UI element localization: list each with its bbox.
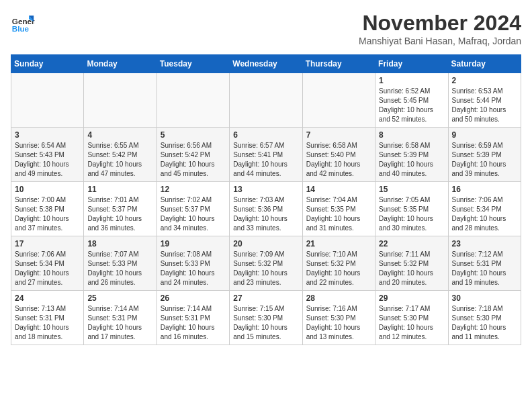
page-header: General Blue November 2024 Manshiyat Ban… [11,11,521,46]
calendar-cell-1-2: 5Sunrise: 6:56 AM Sunset: 5:42 PM Daylig… [157,128,229,182]
weekday-friday: Friday [375,55,448,73]
day-number: 29 [379,293,444,303]
calendar-cell-3-2: 19Sunrise: 7:08 AM Sunset: 5:33 PM Dayli… [157,236,229,291]
calendar-cell-1-0: 3Sunrise: 6:54 AM Sunset: 5:43 PM Daylig… [11,128,84,182]
day-number: 4 [87,130,152,140]
calendar-cell-0-4 [302,73,375,128]
calendar-cell-4-1: 25Sunrise: 7:14 AM Sunset: 5:31 PM Dayli… [84,291,157,345]
calendar-cell-4-6: 30Sunrise: 7:18 AM Sunset: 5:30 PM Dayli… [448,291,521,345]
calendar-cell-4-2: 26Sunrise: 7:14 AM Sunset: 5:31 PM Dayli… [157,291,229,345]
day-number: 17 [15,239,80,248]
calendar-cell-4-0: 24Sunrise: 7:13 AM Sunset: 5:31 PM Dayli… [11,291,84,345]
day-number: 25 [87,293,152,303]
day-number: 16 [452,185,517,194]
calendar-cell-0-0 [11,73,84,128]
day-info: Sunrise: 7:15 AM Sunset: 5:30 PM Dayligh… [233,304,298,342]
day-info: Sunrise: 7:17 AM Sunset: 5:30 PM Dayligh… [379,304,444,342]
day-info: Sunrise: 6:53 AM Sunset: 5:44 PM Dayligh… [452,87,517,124]
calendar-cell-0-5: 1Sunrise: 6:52 AM Sunset: 5:45 PM Daylig… [375,73,448,128]
day-info: Sunrise: 7:11 AM Sunset: 5:32 PM Dayligh… [379,250,444,287]
calendar-body: 1Sunrise: 6:52 AM Sunset: 5:45 PM Daylig… [11,73,521,345]
calendar-week-4: 24Sunrise: 7:13 AM Sunset: 5:31 PM Dayli… [11,291,521,345]
month-title: November 2024 [359,11,521,36]
day-info: Sunrise: 7:18 AM Sunset: 5:30 PM Dayligh… [452,304,517,342]
day-info: Sunrise: 6:55 AM Sunset: 5:42 PM Dayligh… [87,141,152,179]
weekday-header-row: SundayMondayTuesdayWednesdayThursdayFrid… [11,55,521,73]
day-number: 27 [233,293,298,303]
calendar-cell-1-6: 9Sunrise: 6:59 AM Sunset: 5:39 PM Daylig… [448,128,521,182]
day-number: 12 [161,185,226,194]
day-info: Sunrise: 7:08 AM Sunset: 5:33 PM Dayligh… [161,250,226,287]
day-number: 5 [161,130,226,140]
day-info: Sunrise: 6:56 AM Sunset: 5:42 PM Dayligh… [161,141,226,179]
calendar-cell-3-6: 23Sunrise: 7:12 AM Sunset: 5:31 PM Dayli… [448,236,521,291]
day-info: Sunrise: 7:09 AM Sunset: 5:32 PM Dayligh… [233,250,298,287]
calendar-week-2: 10Sunrise: 7:00 AM Sunset: 5:38 PM Dayli… [11,182,521,236]
day-info: Sunrise: 7:00 AM Sunset: 5:38 PM Dayligh… [15,195,80,233]
calendar-cell-2-0: 10Sunrise: 7:00 AM Sunset: 5:38 PM Dayli… [11,182,84,236]
calendar-cell-3-5: 22Sunrise: 7:11 AM Sunset: 5:32 PM Dayli… [375,236,448,291]
day-number: 8 [379,130,444,140]
calendar-cell-1-3: 6Sunrise: 6:57 AM Sunset: 5:41 PM Daylig… [230,128,302,182]
weekday-monday: Monday [84,55,157,73]
day-info: Sunrise: 7:10 AM Sunset: 5:32 PM Dayligh… [306,250,371,287]
calendar-cell-4-3: 27Sunrise: 7:15 AM Sunset: 5:30 PM Dayli… [230,291,302,345]
day-number: 26 [161,293,226,303]
day-number: 19 [161,239,226,248]
calendar-cell-2-2: 12Sunrise: 7:02 AM Sunset: 5:37 PM Dayli… [157,182,229,236]
weekday-sunday: Sunday [11,55,84,73]
calendar-cell-2-5: 15Sunrise: 7:05 AM Sunset: 5:35 PM Dayli… [375,182,448,236]
calendar-cell-0-6: 2Sunrise: 6:53 AM Sunset: 5:44 PM Daylig… [448,73,521,128]
day-info: Sunrise: 7:03 AM Sunset: 5:36 PM Dayligh… [233,195,298,233]
day-number: 23 [452,239,517,248]
calendar-cell-1-5: 8Sunrise: 6:58 AM Sunset: 5:39 PM Daylig… [375,128,448,182]
day-info: Sunrise: 7:13 AM Sunset: 5:31 PM Dayligh… [15,304,80,342]
day-info: Sunrise: 7:06 AM Sunset: 5:34 PM Dayligh… [15,250,80,287]
logo: General Blue [11,11,35,35]
calendar-cell-2-1: 11Sunrise: 7:01 AM Sunset: 5:37 PM Dayli… [84,182,157,236]
calendar-table: SundayMondayTuesdayWednesdayThursdayFrid… [11,54,521,345]
weekday-thursday: Thursday [302,55,375,73]
day-info: Sunrise: 7:07 AM Sunset: 5:33 PM Dayligh… [87,250,152,287]
day-info: Sunrise: 6:59 AM Sunset: 5:39 PM Dayligh… [452,141,517,179]
calendar-cell-2-4: 14Sunrise: 7:04 AM Sunset: 5:35 PM Dayli… [302,182,375,236]
day-info: Sunrise: 6:57 AM Sunset: 5:41 PM Dayligh… [233,141,298,179]
day-number: 9 [452,130,517,140]
weekday-saturday: Saturday [448,55,521,73]
calendar-cell-2-6: 16Sunrise: 7:06 AM Sunset: 5:34 PM Dayli… [448,182,521,236]
day-number: 15 [379,185,444,194]
day-info: Sunrise: 7:02 AM Sunset: 5:37 PM Dayligh… [161,195,226,233]
day-number: 24 [15,293,80,303]
day-number: 28 [306,293,371,303]
day-info: Sunrise: 6:54 AM Sunset: 5:43 PM Dayligh… [15,141,80,179]
day-info: Sunrise: 6:58 AM Sunset: 5:40 PM Dayligh… [306,141,371,179]
day-info: Sunrise: 7:14 AM Sunset: 5:31 PM Dayligh… [161,304,226,342]
calendar-cell-1-4: 7Sunrise: 6:58 AM Sunset: 5:40 PM Daylig… [302,128,375,182]
weekday-tuesday: Tuesday [157,55,229,73]
day-number: 6 [233,130,298,140]
day-info: Sunrise: 7:14 AM Sunset: 5:31 PM Dayligh… [87,304,152,342]
calendar-week-1: 3Sunrise: 6:54 AM Sunset: 5:43 PM Daylig… [11,128,521,182]
title-block: November 2024 Manshiyat Bani Hasan, Mafr… [359,11,521,46]
day-number: 20 [233,239,298,248]
day-info: Sunrise: 7:12 AM Sunset: 5:31 PM Dayligh… [452,250,517,287]
logo-icon: General Blue [11,11,35,35]
day-number: 30 [452,293,517,303]
calendar-cell-3-3: 20Sunrise: 7:09 AM Sunset: 5:32 PM Dayli… [230,236,302,291]
day-number: 11 [87,185,152,194]
calendar-week-0: 1Sunrise: 6:52 AM Sunset: 5:45 PM Daylig… [11,73,521,128]
day-number: 3 [15,130,80,140]
day-info: Sunrise: 7:01 AM Sunset: 5:37 PM Dayligh… [87,195,152,233]
location-title: Manshiyat Bani Hasan, Mafraq, Jordan [359,36,521,46]
calendar-cell-0-3 [230,73,302,128]
calendar-cell-0-1 [84,73,157,128]
day-info: Sunrise: 6:58 AM Sunset: 5:39 PM Dayligh… [379,141,444,179]
calendar-week-3: 17Sunrise: 7:06 AM Sunset: 5:34 PM Dayli… [11,236,521,291]
day-number: 7 [306,130,371,140]
day-info: Sunrise: 7:05 AM Sunset: 5:35 PM Dayligh… [379,195,444,233]
calendar-header: SundayMondayTuesdayWednesdayThursdayFrid… [11,55,521,73]
day-info: Sunrise: 7:04 AM Sunset: 5:35 PM Dayligh… [306,195,371,233]
day-number: 13 [233,185,298,194]
day-number: 14 [306,185,371,194]
calendar-cell-4-5: 29Sunrise: 7:17 AM Sunset: 5:30 PM Dayli… [375,291,448,345]
